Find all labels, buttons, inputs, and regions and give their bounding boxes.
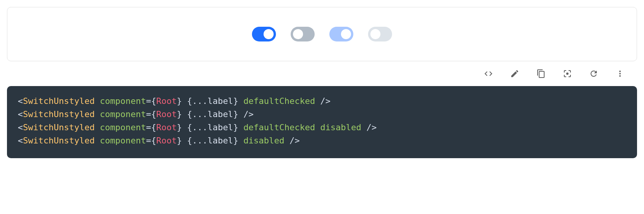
code-token: disabled: [243, 136, 284, 145]
code-token: <: [18, 136, 23, 145]
code-token: }: [233, 96, 238, 106]
code-token: label: [207, 109, 233, 119]
code-token: {: [151, 136, 156, 145]
demo-panel: [7, 7, 637, 61]
code-token: <: [18, 96, 23, 106]
code-token: [95, 123, 100, 132]
code-token: =: [146, 123, 151, 132]
code-token: SwitchUnstyled: [23, 109, 94, 119]
code-token: }: [233, 123, 238, 132]
code-token: }: [233, 136, 238, 145]
code-token: [315, 123, 320, 132]
code-token: ...: [192, 96, 207, 106]
code-token: ...: [192, 123, 207, 132]
code-token: label: [207, 96, 233, 106]
code-token: component: [100, 96, 146, 106]
code-token: />: [289, 136, 300, 145]
switch-thumb: [264, 29, 274, 39]
code-token: }: [177, 136, 182, 145]
code-token: =: [146, 136, 151, 145]
code-token: />: [367, 123, 377, 132]
code-token: Root: [156, 136, 177, 145]
code-token: }: [177, 109, 182, 119]
code-token: [95, 96, 100, 106]
code-token: }: [233, 109, 238, 119]
code-block: <SwitchUnstyled component={Root} {...lab…: [7, 86, 637, 158]
code-token: SwitchUnstyled: [23, 136, 94, 145]
code-token: defaultChecked: [243, 96, 315, 106]
code-icon[interactable]: [483, 68, 494, 79]
code-token: ...: [192, 136, 207, 145]
code-token: [315, 96, 320, 106]
copy-icon[interactable]: [536, 68, 546, 79]
code-token: {: [187, 123, 192, 132]
code-token: [238, 123, 243, 132]
code-token: [182, 136, 187, 145]
switch-off[interactable]: [291, 27, 315, 41]
code-token: {: [151, 123, 156, 132]
code-token: {: [151, 96, 156, 106]
code-token: [238, 109, 243, 119]
code-token: <: [18, 123, 23, 132]
code-token: [95, 136, 100, 145]
switch-thumb: [341, 29, 351, 39]
code-line: <SwitchUnstyled component={Root} {...lab…: [18, 134, 626, 147]
code-token: Root: [156, 109, 177, 119]
fullscreen-icon[interactable]: [562, 68, 573, 79]
code-token: ...: [192, 109, 207, 119]
edit-icon[interactable]: [509, 68, 520, 79]
refresh-icon[interactable]: [588, 68, 599, 79]
code-token: [284, 136, 289, 145]
code-token: component: [100, 123, 146, 132]
code-token: [238, 96, 243, 106]
switch-on[interactable]: [252, 27, 276, 41]
code-token: =: [146, 109, 151, 119]
code-token: component: [100, 109, 146, 119]
more-icon[interactable]: [615, 68, 625, 79]
code-token: {: [151, 109, 156, 119]
code-token: [361, 123, 367, 132]
code-token: [182, 123, 187, 132]
code-token: {: [187, 96, 192, 106]
switch-off-disabled: [368, 27, 392, 41]
code-token: SwitchUnstyled: [23, 123, 94, 132]
switch-thumb: [293, 29, 303, 39]
demo-toolbar: [7, 61, 637, 86]
code-token: }: [177, 123, 182, 132]
code-line: <SwitchUnstyled component={Root} {...lab…: [18, 121, 626, 134]
code-token: {: [187, 136, 192, 145]
code-token: label: [207, 123, 233, 132]
code-token: />: [243, 109, 254, 119]
code-token: />: [320, 96, 331, 106]
code-line: <SwitchUnstyled component={Root} {...lab…: [18, 108, 626, 121]
code-token: =: [146, 96, 151, 106]
code-token: defaultChecked: [243, 123, 315, 132]
code-token: [95, 109, 100, 119]
switch-thumb: [370, 29, 380, 39]
code-token: [182, 109, 187, 119]
switch-on-disabled: [329, 27, 353, 41]
code-token: SwitchUnstyled: [23, 96, 94, 106]
code-token: [182, 96, 187, 106]
code-token: component: [100, 136, 146, 145]
code-token: [238, 136, 243, 145]
code-token: }: [177, 96, 182, 106]
code-token: label: [207, 136, 233, 145]
code-token: disabled: [320, 123, 361, 132]
code-token: {: [187, 109, 192, 119]
code-token: Root: [156, 123, 177, 132]
code-token: <: [18, 109, 23, 119]
code-token: Root: [156, 96, 177, 106]
code-line: <SwitchUnstyled component={Root} {...lab…: [18, 95, 626, 108]
